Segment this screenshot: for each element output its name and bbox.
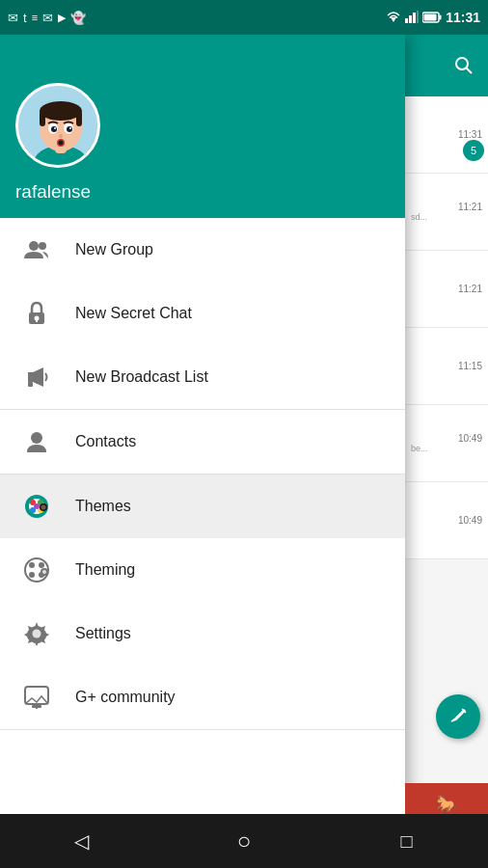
svg-rect-4 <box>417 11 419 23</box>
menu-item-contacts-label: Contacts <box>75 433 136 450</box>
chat-time-3: 11:21 <box>411 284 482 294</box>
svg-rect-15 <box>40 111 45 126</box>
search-icon[interactable] <box>453 55 474 76</box>
svg-point-43 <box>41 505 46 510</box>
navigation-bar: ◁ ○ □ <box>0 814 488 868</box>
svg-marker-31 <box>28 372 33 382</box>
menu-item-theming[interactable]: Theming <box>0 538 405 602</box>
recents-icon: □ <box>401 830 413 853</box>
menu-item-new-group[interactable]: New Group <box>0 218 405 282</box>
svg-point-19 <box>51 126 57 132</box>
svg-point-50 <box>42 570 46 574</box>
svg-point-27 <box>39 242 46 250</box>
menu-item-themes[interactable]: Themes <box>0 475 405 538</box>
svg-point-25 <box>59 141 64 146</box>
svg-point-34 <box>31 432 42 444</box>
menu-item-new-group-label: New Group <box>75 241 153 258</box>
menu-item-new-secret-chat-label: New Secret Chat <box>75 305 192 322</box>
svg-point-41 <box>34 503 40 509</box>
broadcast-icon <box>19 360 54 394</box>
chat-time-2: 11:21 <box>411 202 482 212</box>
time-display: 11:31 <box>446 10 480 25</box>
svg-rect-3 <box>413 13 416 23</box>
navigation-drawer: rafalense New Group <box>0 35 405 826</box>
svg-point-47 <box>29 572 35 578</box>
chat-preview-5: be... <box>411 444 482 453</box>
status-bar-notifications: ✉ t ≡ ✉ ▶ 👻 <box>8 11 86 25</box>
menu-item-gplus-label: G+ community <box>75 689 176 706</box>
chat-item-3[interactable]: 11:21 <box>405 251 488 328</box>
svg-rect-55 <box>36 708 38 709</box>
menu-item-new-secret-chat[interactable]: New Secret Chat <box>0 282 405 345</box>
status-bar: ✉ t ≡ ✉ ▶ 👻 <box>0 0 488 35</box>
username: rafalense <box>15 181 390 203</box>
menu-item-themes-label: Themes <box>75 498 131 515</box>
back-icon: ◁ <box>74 829 89 853</box>
status-bar-system: 11:31 <box>386 10 480 25</box>
svg-point-46 <box>39 562 44 568</box>
svg-rect-16 <box>76 111 82 126</box>
recents-button[interactable]: □ <box>378 822 436 860</box>
svg-rect-33 <box>28 382 33 387</box>
svg-point-21 <box>54 127 56 129</box>
chat-toolbar <box>405 35 488 96</box>
svg-point-14 <box>40 101 82 121</box>
svg-point-52 <box>33 630 41 638</box>
compose-fab[interactable] <box>436 694 480 739</box>
app-container: 11:31 5 11:21 sd... 11:21 11:15 10:49 be… <box>0 35 488 868</box>
svg-rect-54 <box>32 705 41 708</box>
wifi-icon <box>386 11 401 24</box>
menu-item-gplus-community[interactable]: G+ community <box>0 665 405 729</box>
menu-list: New Group New Secret Chat <box>0 218 405 826</box>
contacts-icon <box>19 424 54 459</box>
svg-point-8 <box>456 58 468 69</box>
signal-icon <box>405 11 419 24</box>
group-icon <box>19 232 54 267</box>
home-icon: ○ <box>237 827 252 854</box>
menu-item-new-broadcast-label: New Broadcast List <box>75 368 208 386</box>
chat-item-1[interactable]: 11:31 5 <box>405 96 488 174</box>
chat-time-5: 10:49 <box>411 433 482 444</box>
menu-item-settings-label: Settings <box>75 625 131 642</box>
svg-line-9 <box>467 68 473 74</box>
chat-item-6[interactable]: 10:49 <box>405 482 488 559</box>
menu-item-new-broadcast[interactable]: New Broadcast List <box>0 345 405 409</box>
drawer-header: rafalense <box>0 35 405 218</box>
back-button[interactable]: ◁ <box>52 822 110 860</box>
home-button[interactable]: ○ <box>215 822 273 860</box>
menu-item-theming-label: Theming <box>75 561 135 579</box>
avatar[interactable] <box>15 83 100 168</box>
theming-icon <box>19 553 54 587</box>
chat-item-2[interactable]: 11:21 sd... <box>405 174 488 251</box>
chat-time-1: 11:31 <box>411 129 482 140</box>
lock-icon <box>19 296 54 331</box>
svg-rect-6 <box>440 15 442 20</box>
chat-preview-2: sd... <box>411 212 482 222</box>
svg-marker-0 <box>391 17 396 22</box>
svg-rect-2 <box>409 15 412 23</box>
svg-point-26 <box>29 241 39 251</box>
svg-marker-32 <box>33 367 43 387</box>
svg-point-22 <box>69 127 71 129</box>
settings-icon <box>19 616 54 651</box>
svg-point-23 <box>59 134 63 139</box>
svg-point-20 <box>67 126 72 132</box>
chat-item-5[interactable]: 10:49 be... <box>405 405 488 482</box>
chat-time-4: 11:15 <box>411 361 482 371</box>
svg-rect-7 <box>424 14 437 21</box>
menu-section-3: Themes Theming <box>0 475 405 730</box>
menu-section-1: New Group New Secret Chat <box>0 218 405 410</box>
chat-badge: 5 <box>463 140 484 161</box>
chat-area: 11:31 5 11:21 sd... 11:21 11:15 10:49 be… <box>405 35 488 826</box>
themes-palette-icon <box>19 489 54 524</box>
svg-point-45 <box>29 562 35 568</box>
svg-rect-1 <box>405 18 408 23</box>
menu-item-contacts[interactable]: Contacts <box>0 410 405 474</box>
svg-rect-30 <box>36 318 38 322</box>
menu-section-2: Contacts <box>0 410 405 475</box>
chat-item-4[interactable]: 11:15 <box>405 328 488 405</box>
battery-icon <box>422 12 442 23</box>
chat-time-6: 10:49 <box>411 515 482 526</box>
community-icon <box>19 680 54 715</box>
menu-item-settings[interactable]: Settings <box>0 602 405 665</box>
